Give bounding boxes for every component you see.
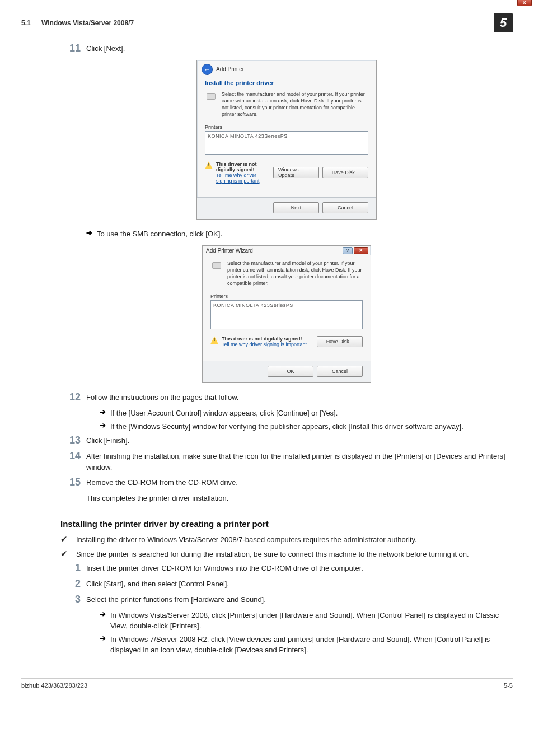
step12-sub2: ➔ If the [Windows Security] window for v… [100, 421, 513, 432]
chapter-number: 5 [500, 16, 507, 30]
footer-right: 5-5 [504, 682, 513, 689]
step-text: Select the printer functions from [Hardw… [86, 594, 513, 605]
step-12: 12 Follow the instructions on the pages … [60, 392, 513, 403]
warn-link[interactable]: Tell me why driver signing is important [222, 342, 307, 347]
sub-text: In Windows Vista/Server 2008, click [Pri… [110, 610, 513, 632]
warning-icon [210, 336, 218, 344]
prereq-text: Installing the driver to Windows Vista/S… [76, 534, 513, 545]
dialog1-wrap: ✕ ← Add Printer Install the printer driv… [60, 60, 513, 220]
step-15: 15 Remove the CD-ROM from the CD-ROM dri… [60, 477, 513, 488]
dialog-title: Add Printer [216, 66, 244, 72]
warn-bold: This driver is not digitally signed! [216, 161, 273, 172]
new-step-2: 2 Click [Start], and then select [Contro… [60, 578, 513, 590]
printer-icon [210, 260, 223, 270]
cancel-button[interactable]: Cancel [317, 366, 363, 377]
warn-link[interactable]: Tell me why driver signing is important [216, 172, 273, 184]
list-item[interactable]: KONICA MINOLTA 423SeriesPS [213, 302, 360, 308]
step-13: 13 Click [Finish]. [60, 435, 513, 446]
step-text: Insert the printer driver CD-ROM for Win… [86, 563, 513, 574]
step-text: Click [Start], and then select [Control … [86, 578, 513, 590]
step-number: 14 [60, 451, 86, 473]
page-body: 11 Click [Next]. ✕ ← Add Printer Install… [21, 43, 513, 656]
arrow-icon: ➔ [100, 421, 106, 430]
have-disk-button[interactable]: Have Disk... [317, 336, 363, 347]
ok-button[interactable]: OK [268, 366, 313, 377]
add-printer-dialog: ✕ ← Add Printer Install the printer driv… [196, 60, 377, 220]
step-14: 14 After finishing the installation, mak… [60, 451, 513, 473]
subsection-heading: Installing the printer driver by creatin… [60, 519, 513, 529]
windows-update-button[interactable]: Windows Update [273, 167, 319, 178]
dialog-message: Select the manufacturer and model of you… [222, 91, 368, 118]
step-number: 11 [60, 43, 86, 54]
step-number: 3 [60, 594, 86, 605]
step-number: 13 [60, 435, 86, 446]
page-footer: bizhub 423/363/283/223 5-5 [21, 678, 513, 689]
prereq-text: Since the printer is searched for during… [76, 549, 513, 560]
step-number: 1 [60, 563, 86, 574]
back-icon[interactable]: ← [202, 64, 213, 75]
step-11: 11 Click [Next]. [60, 43, 513, 54]
arrow-icon: ➔ [100, 610, 106, 618]
sub-text: In Windows 7/Server 2008 R2, click [View… [110, 634, 513, 656]
step-number: 15 [60, 477, 86, 488]
check-icon: ✔ [60, 549, 76, 559]
new-step-3: 3 Select the printer functions from [Har… [60, 594, 513, 605]
page-header: 5.1 Windows Vista/Server 2008/7 5 [21, 13, 513, 34]
printers-label: Printers [205, 124, 368, 130]
warn-bold: This driver is not digitally signed! [222, 336, 307, 342]
step-text: After finishing the installation, make s… [86, 451, 513, 473]
step-text: Click [Next]. [86, 43, 513, 54]
new-step3-sub2: ➔ In Windows 7/Server 2008 R2, click [Vi… [100, 634, 513, 656]
help-icon[interactable]: ? [343, 247, 353, 254]
list-item[interactable]: KONICA MINOLTA 423SeriesPS [208, 133, 366, 139]
step12-sub1: ➔ If the [User Account Control] window a… [100, 408, 513, 419]
printers-listbox[interactable]: KONICA MINOLTA 423SeriesPS [205, 131, 368, 155]
next-button[interactable]: Next [273, 202, 319, 213]
sub-text: If the [User Account Control] window app… [110, 408, 513, 419]
add-printer-wizard-dialog: Add Printer Wizard ? ✕ Select the manufa… [202, 245, 371, 384]
step-text: Click [Finish]. [86, 435, 513, 446]
warning-icon [205, 161, 213, 169]
section-title: Windows Vista/Server 2008/7 [41, 19, 134, 27]
cancel-button[interactable]: Cancel [322, 202, 368, 213]
step-number: 2 [60, 578, 86, 590]
chapter-badge: 5 [494, 13, 513, 32]
prereq-2: ✔ Since the printer is searched for duri… [60, 549, 513, 560]
prereq-1: ✔ Installing the driver to Windows Vista… [60, 534, 513, 545]
new-step3-sub1: ➔ In Windows Vista/Server 2008, click [P… [100, 610, 513, 632]
step-number: 12 [60, 392, 86, 403]
new-step-1: 1 Insert the printer driver CD-ROM for W… [60, 563, 513, 574]
printers-listbox[interactable]: KONICA MINOLTA 423SeriesPS [210, 300, 363, 329]
arrow-icon: ➔ [86, 228, 92, 237]
note-use-smb: ➔ To use the SMB connection, click [OK]. [86, 228, 513, 240]
step-text: Follow the instructions on the pages tha… [86, 392, 513, 403]
footer-left: bizhub 423/363/283/223 [21, 682, 87, 689]
note-text: To use the SMB connection, click [OK]. [97, 228, 513, 240]
arrow-icon: ➔ [100, 634, 106, 642]
header-left: 5.1 Windows Vista/Server 2008/7 [21, 19, 134, 27]
section-number: 5.1 [21, 19, 31, 27]
printers-label: Printers [210, 293, 363, 299]
dialog2-title: Add Printer Wizard [206, 248, 253, 254]
check-icon: ✔ [60, 534, 76, 544]
have-disk-button[interactable]: Have Disk... [322, 167, 368, 178]
close-icon[interactable]: ✕ [354, 247, 368, 254]
arrow-icon: ➔ [100, 408, 106, 416]
sub-text: If the [Windows Security] window for ver… [110, 421, 513, 432]
dialog-heading: Install the printer driver [205, 80, 368, 86]
printer-icon [205, 91, 217, 101]
step-text: Remove the CD-ROM from the CD-ROM drive. [86, 477, 513, 488]
close-icon[interactable]: ✕ [517, 0, 532, 6]
dialog2-wrap: Add Printer Wizard ? ✕ Select the manufa… [60, 245, 513, 384]
dialog2-message: Select the manufacturer and model of you… [227, 260, 363, 287]
step15-after: This completes the printer driver instal… [86, 493, 513, 504]
